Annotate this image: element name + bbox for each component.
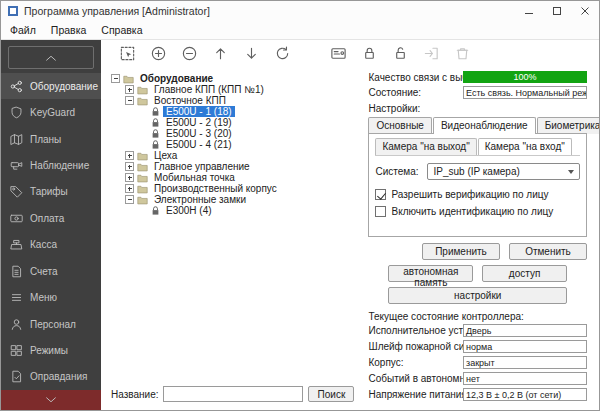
sidebar-collapse-button[interactable] (8, 46, 94, 69)
search-button[interactable]: Поиск (308, 386, 354, 402)
sidebar-scroll-down-button[interactable] (1, 390, 101, 410)
remove-icon[interactable] (180, 45, 198, 63)
folder-icon (137, 85, 148, 95)
sidebar: Оборудование KeyGuard Планы Наблюдение Т… (1, 40, 101, 410)
tree-node-e500u-4[interactable]: E500U - 4 (21) (111, 139, 358, 150)
sidebar-item-label: Наблюдение (30, 160, 89, 171)
tree-node-head-office[interactable]: Главное управление (111, 161, 358, 172)
minimize-button[interactable] (515, 1, 543, 21)
face-verification-checkbox[interactable] (375, 189, 386, 200)
tree-node-production-building[interactable]: Производственный корпус (111, 183, 358, 194)
tree-node-equipment-root[interactable]: Оборудование (111, 73, 358, 84)
tree-node-mobile-point[interactable]: Мобильная точка (111, 172, 358, 183)
face-identification-checkbox[interactable] (375, 206, 386, 217)
menu-help[interactable]: Справка (101, 24, 142, 36)
search-input[interactable] (163, 386, 303, 402)
tab-general[interactable]: Основные (368, 117, 431, 134)
controller-icon (151, 129, 160, 139)
face-verification-label: Разрешить верификацию по лицу (391, 189, 548, 200)
chevron-down-icon (44, 395, 58, 405)
settings-tabs: Основные Видеонаблюдение Биометрика (368, 117, 587, 134)
move-up-icon[interactable] (211, 45, 229, 63)
tab-biometrics[interactable]: Биометрика (537, 117, 600, 134)
add-icon[interactable] (149, 45, 167, 63)
sidebar-item-keyguard[interactable]: KeyGuard (1, 99, 101, 125)
settings-button[interactable]: настройки (388, 287, 567, 304)
sidebar-item-payment[interactable]: Оплата (1, 205, 101, 231)
expander-icon[interactable] (125, 85, 134, 94)
sidebar-item-equipment[interactable]: Оборудование (1, 73, 101, 99)
fire-loop-value: норма (463, 340, 587, 353)
apply-button[interactable]: Применить (422, 243, 500, 260)
tree-node-e500u-1[interactable]: E500U - 1 (18) (111, 106, 358, 117)
expander-icon[interactable] (125, 184, 134, 193)
actuator-value: Дверь (463, 324, 587, 337)
menu-edit[interactable]: Правка (51, 24, 86, 36)
tab-video[interactable]: Видеонаблюдение (433, 117, 536, 134)
select-area-icon[interactable] (118, 45, 136, 63)
maximize-button[interactable] (543, 1, 571, 21)
sidebar-item-menu[interactable]: Меню (1, 284, 101, 310)
title-bar: Программа управления [Administrator] (1, 1, 599, 21)
case-label: Корпус: (368, 357, 463, 368)
tree-node-main-checkpoint[interactable]: Главное КПП (КПП №1) (111, 84, 358, 95)
expander-spacer (139, 118, 148, 127)
folder-icon (137, 96, 148, 106)
window-controls (515, 1, 599, 21)
cash-register-icon (10, 238, 23, 251)
refresh-icon[interactable] (273, 45, 291, 63)
subtab-camera-entry[interactable]: Камера "на вход" (478, 138, 572, 155)
expander-icon[interactable] (125, 151, 134, 160)
controller-state-title: Текущее состояние контроллера: (368, 311, 587, 322)
actuator-label: Исполнительное устройство: (368, 325, 463, 336)
sidebar-item-modes[interactable]: Режимы (1, 337, 101, 363)
lock-icon[interactable] (360, 45, 378, 63)
expander-icon[interactable] (125, 195, 134, 204)
sidebar-item-label: KeyGuard (30, 107, 75, 118)
map-icon (10, 133, 23, 146)
system-dropdown[interactable]: IP_sub (IP камера) (427, 163, 580, 180)
close-button[interactable] (571, 1, 599, 21)
quality-label: Качество связи с выбранным: (368, 72, 463, 83)
expander-icon[interactable] (125, 173, 134, 182)
sidebar-item-accounts[interactable]: Счета (1, 258, 101, 284)
supply-voltage-value: 12,3 В ± 0,2 В (от сети) (463, 388, 587, 401)
expander-icon[interactable] (111, 74, 120, 83)
tree-node-e500u-2[interactable]: E500U - 2 (19) (111, 117, 358, 128)
folder-icon (137, 173, 148, 183)
tree-node-electronic-locks[interactable]: Электронные замки (111, 194, 358, 205)
tree-node-e500u-3[interactable]: E500U - 3 (20) (111, 128, 358, 139)
menu-file[interactable]: Файл (10, 24, 36, 36)
move-down-icon[interactable] (242, 45, 260, 63)
controller-icon (151, 107, 160, 117)
sidebar-item-tariffs[interactable]: Тарифы (1, 179, 101, 205)
autonomous-memory-button[interactable]: автономная память (388, 265, 473, 282)
tree-node-east-checkpoint[interactable]: Восточное КПП (111, 95, 358, 106)
expander-icon[interactable] (125, 96, 134, 105)
tree-node-workshops[interactable]: Цеха (111, 150, 358, 161)
sidebar-item-cashdesk[interactable]: Касса (1, 232, 101, 258)
subtab-camera-exit[interactable]: Камера "на выход" (375, 138, 476, 155)
unlock-icon[interactable] (391, 45, 409, 63)
identification-checkbox-row[interactable]: Включить идентификацию по лицу (375, 206, 580, 217)
device-tree: Оборудование Главное КПП (КПП №1) Восточ… (111, 73, 358, 380)
sidebar-item-excuses[interactable]: Оправдания (1, 364, 101, 390)
cancel-button[interactable]: Отменить (509, 243, 587, 260)
verification-checkbox-row[interactable]: Разрешить верификацию по лицу (375, 189, 580, 200)
sidebar-item-label: Счета (30, 266, 58, 277)
card-icon[interactable] (329, 45, 347, 63)
app-icon (7, 5, 19, 17)
tree-node-e300h[interactable]: E300H (4) (111, 205, 358, 216)
sidebar-item-plans[interactable]: Планы (1, 126, 101, 152)
equipment-icon (10, 80, 23, 93)
shield-icon (10, 106, 23, 119)
sidebar-item-surveillance[interactable]: Наблюдение (1, 152, 101, 178)
sidebar-item-label: Касса (30, 239, 57, 250)
controller-icon (151, 140, 160, 150)
folder-icon (137, 184, 148, 194)
sidebar-item-personnel[interactable]: Персонал (1, 311, 101, 337)
access-button[interactable]: доступ (482, 265, 567, 282)
expander-icon[interactable] (125, 162, 134, 171)
case-value: закрыт (463, 356, 587, 369)
person-icon (10, 318, 23, 331)
